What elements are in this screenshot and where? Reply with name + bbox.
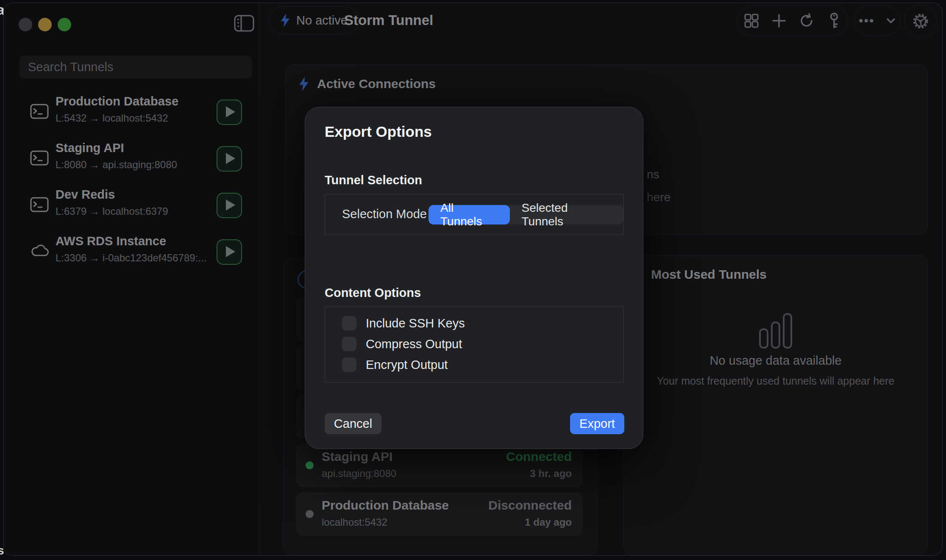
checkbox-row-encrypt-output[interactable]: Encrypt Output: [342, 358, 448, 372]
checkbox-label: Encrypt Output: [366, 358, 448, 372]
screen: an s Production Database L:5432 → l: [0, 0, 946, 560]
content-options-box: Include SSH Keys Compress Output Encrypt…: [325, 306, 624, 383]
modal-title: Export Options: [325, 123, 432, 140]
selection-mode-segmented-control: All Tunnels Selected Tunnels: [428, 205, 623, 225]
checkbox-label: Compress Output: [366, 337, 462, 351]
export-button[interactable]: Export: [570, 413, 624, 434]
checkbox-encrypt-output[interactable]: [342, 358, 356, 372]
segment-all-tunnels[interactable]: All Tunnels: [428, 205, 510, 225]
content-options-title: Content Options: [325, 286, 421, 300]
checkbox-include-ssh-keys[interactable]: [342, 316, 356, 330]
selection-mode-label: Selection Mode: [342, 207, 427, 221]
checkbox-row-include-ssh-keys[interactable]: Include SSH Keys: [342, 316, 465, 330]
export-options-modal: Export Options Tunnel Selection Selectio…: [305, 107, 643, 449]
checkbox-label: Include SSH Keys: [366, 316, 465, 330]
tunnel-selection-title: Tunnel Selection: [325, 173, 422, 187]
checkbox-row-compress-output[interactable]: Compress Output: [342, 337, 462, 351]
checkbox-compress-output[interactable]: [342, 337, 356, 351]
app-window: Production Database L:5432 → localhost:5…: [3, 3, 943, 556]
tunnel-selection-box: Selection Mode All Tunnels Selected Tunn…: [325, 194, 624, 235]
cancel-button[interactable]: Cancel: [325, 413, 381, 434]
segment-selected-tunnels[interactable]: Selected Tunnels: [510, 205, 624, 225]
